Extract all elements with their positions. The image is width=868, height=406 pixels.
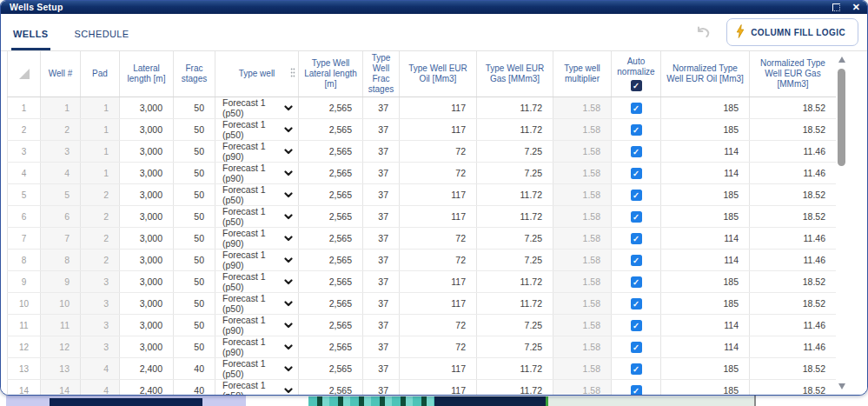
- norm-eur-gas-cell[interactable]: 11.46: [750, 228, 837, 250]
- auto-normalize-checkbox[interactable]: ✓: [631, 298, 642, 309]
- frac-stages-cell[interactable]: 50: [174, 315, 215, 336]
- lateral-length-cell[interactable]: 3,000: [120, 250, 174, 271]
- frac-stages-cell[interactable]: 50: [174, 141, 215, 163]
- norm-eur-gas-cell[interactable]: 18.52: [750, 119, 837, 141]
- type-well-dropdown[interactable]: Forecast 1 (p90): [215, 315, 299, 336]
- norm-eur-oil-cell[interactable]: 114: [661, 315, 750, 336]
- col-header-tw-lateral-length[interactable]: Type Well Lateral length [m]: [299, 51, 363, 97]
- lateral-length-cell[interactable]: 3,000: [120, 97, 174, 119]
- type-well-dropdown[interactable]: Forecast 1 (p90): [215, 228, 299, 250]
- tw-eur-gas-cell[interactable]: 7.25: [477, 141, 553, 163]
- tw-eur-oil-cell[interactable]: 117: [400, 119, 477, 141]
- auto-normalize-all-checkbox[interactable]: ✓: [631, 80, 642, 91]
- tw-lateral-length-cell[interactable]: 2,565: [299, 293, 363, 315]
- tw-frac-stages-cell[interactable]: 37: [363, 271, 400, 293]
- norm-eur-oil-cell[interactable]: 185: [661, 293, 750, 315]
- col-header-well[interactable]: Well #: [41, 51, 81, 97]
- col-header-norm-eur-gas[interactable]: Normalized Type Well EUR Gas [MMm3]: [750, 51, 837, 97]
- norm-eur-gas-cell[interactable]: 18.52: [750, 358, 837, 380]
- tw-eur-oil-cell[interactable]: 72: [400, 250, 477, 271]
- frac-stages-cell[interactable]: 50: [174, 336, 215, 358]
- tw-eur-oil-cell[interactable]: 117: [400, 206, 477, 228]
- type-well-dropdown[interactable]: Forecast 1 (p90): [215, 163, 299, 184]
- undo-icon[interactable]: [695, 25, 712, 39]
- frac-stages-cell[interactable]: 50: [174, 206, 215, 228]
- restore-window-icon[interactable]: [832, 3, 840, 11]
- norm-eur-gas-cell[interactable]: 18.52: [750, 293, 837, 315]
- frac-stages-cell[interactable]: 50: [174, 228, 215, 250]
- lateral-length-cell[interactable]: 3,000: [120, 293, 174, 315]
- scroll-down-icon[interactable]: [838, 383, 845, 389]
- type-well-dropdown[interactable]: Forecast 1 (p50): [215, 206, 299, 228]
- norm-eur-gas-cell[interactable]: 11.46: [750, 141, 837, 163]
- tw-frac-stages-cell[interactable]: 37: [363, 293, 400, 315]
- tw-eur-gas-cell[interactable]: 11.72: [477, 119, 553, 141]
- auto-normalize-checkbox[interactable]: ✓: [631, 276, 642, 288]
- col-header-multiplier[interactable]: Type well multiplier: [553, 51, 612, 97]
- tw-lateral-length-cell[interactable]: 2,565: [299, 184, 363, 206]
- tw-eur-gas-cell[interactable]: 11.72: [477, 358, 553, 380]
- norm-eur-oil-cell[interactable]: 185: [661, 380, 750, 396]
- lateral-length-cell[interactable]: 3,000: [120, 271, 174, 293]
- lateral-length-cell[interactable]: 3,000: [120, 336, 174, 358]
- tw-lateral-length-cell[interactable]: 2,565: [299, 380, 363, 396]
- tw-eur-gas-cell[interactable]: 7.25: [477, 315, 553, 336]
- tw-eur-oil-cell[interactable]: 117: [400, 271, 477, 293]
- tw-eur-oil-cell[interactable]: 72: [400, 163, 477, 184]
- tw-eur-oil-cell[interactable]: 117: [400, 380, 477, 396]
- auto-normalize-checkbox[interactable]: ✓: [631, 146, 642, 157]
- norm-eur-oil-cell[interactable]: 185: [661, 271, 750, 293]
- tab-schedule[interactable]: SCHEDULE: [73, 17, 131, 50]
- auto-normalize-checkbox[interactable]: ✓: [631, 124, 642, 136]
- norm-eur-oil-cell[interactable]: 185: [661, 97, 750, 119]
- tw-lateral-length-cell[interactable]: 2,565: [299, 315, 363, 336]
- type-well-dropdown[interactable]: Forecast 1 (p50): [215, 184, 299, 206]
- tw-eur-gas-cell[interactable]: 7.25: [477, 228, 553, 250]
- tab-wells[interactable]: WELLS: [11, 17, 50, 50]
- auto-normalize-checkbox[interactable]: ✓: [631, 385, 642, 396]
- frac-stages-cell[interactable]: 40: [174, 358, 215, 380]
- tw-frac-stages-cell[interactable]: 37: [363, 206, 400, 228]
- type-well-dropdown[interactable]: Forecast 1 (p50): [215, 293, 299, 315]
- tw-lateral-length-cell[interactable]: 2,565: [299, 358, 363, 380]
- lateral-length-cell[interactable]: 3,000: [120, 184, 174, 206]
- tw-eur-oil-cell[interactable]: 72: [400, 228, 477, 250]
- col-header-tw-eur-gas[interactable]: Type Well EUR Gas [MMm3]: [477, 51, 553, 97]
- lateral-length-cell[interactable]: 2,400: [120, 380, 174, 396]
- frac-stages-cell[interactable]: 50: [174, 119, 215, 141]
- tw-eur-oil-cell[interactable]: 117: [400, 293, 477, 315]
- lateral-length-cell[interactable]: 2,400: [120, 358, 174, 380]
- col-header-type-well[interactable]: Type well: [215, 51, 299, 97]
- auto-normalize-checkbox[interactable]: ✓: [631, 211, 642, 223]
- tw-eur-gas-cell[interactable]: 7.25: [477, 250, 553, 271]
- tw-frac-stages-cell[interactable]: 37: [363, 315, 400, 336]
- type-well-dropdown[interactable]: Forecast 1 (p90): [215, 336, 299, 358]
- scroll-up-icon[interactable]: [838, 57, 845, 63]
- type-well-dropdown[interactable]: Forecast 1 (p50): [215, 358, 299, 380]
- norm-eur-gas-cell[interactable]: 18.52: [750, 184, 837, 206]
- tw-frac-stages-cell[interactable]: 37: [363, 228, 400, 250]
- tw-frac-stages-cell[interactable]: 37: [363, 380, 400, 396]
- tw-lateral-length-cell[interactable]: 2,565: [299, 163, 363, 184]
- tw-eur-oil-cell[interactable]: 72: [400, 141, 477, 163]
- tw-lateral-length-cell[interactable]: 2,565: [299, 250, 363, 271]
- col-header-lateral-length[interactable]: Lateral length [m]: [120, 51, 174, 97]
- tw-frac-stages-cell[interactable]: 37: [363, 163, 400, 184]
- lateral-length-cell[interactable]: 3,000: [120, 228, 174, 250]
- tw-frac-stages-cell[interactable]: 37: [363, 141, 400, 163]
- norm-eur-gas-cell[interactable]: 11.46: [750, 250, 837, 271]
- col-header-pad[interactable]: Pad: [81, 51, 120, 97]
- frac-stages-cell[interactable]: 50: [174, 271, 215, 293]
- type-well-dropdown[interactable]: Forecast 1 (p90): [215, 141, 299, 163]
- lateral-length-cell[interactable]: 3,000: [120, 141, 174, 163]
- tw-eur-gas-cell[interactable]: 7.25: [477, 336, 553, 358]
- frac-stages-cell[interactable]: 50: [174, 163, 215, 184]
- auto-normalize-checkbox[interactable]: ✓: [631, 233, 642, 244]
- tw-eur-oil-cell[interactable]: 72: [400, 315, 477, 336]
- col-header-frac-stages[interactable]: Frac stages: [174, 51, 215, 97]
- type-well-dropdown[interactable]: Forecast 1 (p50): [215, 380, 299, 396]
- vertical-scrollbar[interactable]: [836, 51, 849, 396]
- norm-eur-oil-cell[interactable]: 114: [661, 163, 750, 184]
- tw-eur-gas-cell[interactable]: 11.72: [477, 184, 553, 206]
- norm-eur-gas-cell[interactable]: 18.52: [750, 97, 837, 119]
